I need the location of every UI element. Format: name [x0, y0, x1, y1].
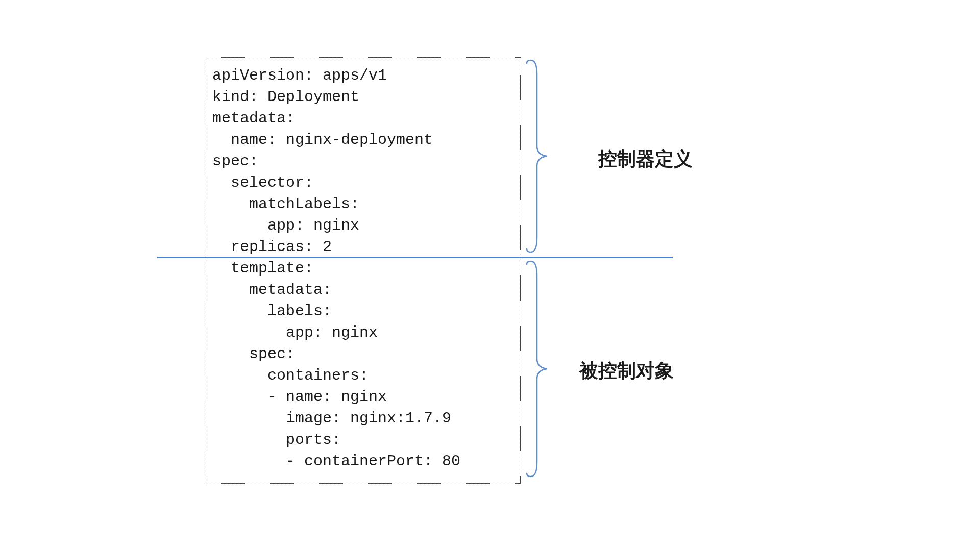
code-line: spec:: [212, 345, 295, 363]
code-line: ports:: [212, 431, 341, 448]
code-line: spec:: [212, 153, 258, 170]
code-line: labels:: [212, 303, 332, 320]
code-line: apiVersion: apps/v1: [212, 67, 387, 84]
code-line: app: nginx: [212, 324, 378, 341]
label-controller-definition: 控制器定义: [598, 146, 693, 172]
yaml-code-block: apiVersion: apps/v1 kind: Deployment met…: [207, 57, 521, 484]
code-line: - name: nginx: [212, 388, 387, 406]
code-line: replicas: 2: [212, 238, 332, 256]
label-controlled-object: 被控制对象: [579, 358, 674, 384]
code-line: containers:: [212, 367, 369, 384]
code-line: matchLabels:: [212, 195, 359, 213]
code-line: kind: Deployment: [212, 88, 359, 106]
brace-bottom-icon: [526, 260, 551, 478]
code-line: name: nginx-deployment: [212, 131, 433, 148]
code-line: metadata:: [212, 110, 295, 127]
code-line: template:: [212, 260, 313, 277]
code-line: metadata:: [212, 281, 332, 298]
code-line: - containerPort: 80: [212, 453, 460, 470]
code-line: app: nginx: [212, 217, 359, 234]
section-divider: [157, 257, 673, 258]
brace-top-icon: [526, 59, 551, 253]
code-line: image: nginx:1.7.9: [212, 410, 451, 427]
code-line: selector:: [212, 174, 313, 191]
